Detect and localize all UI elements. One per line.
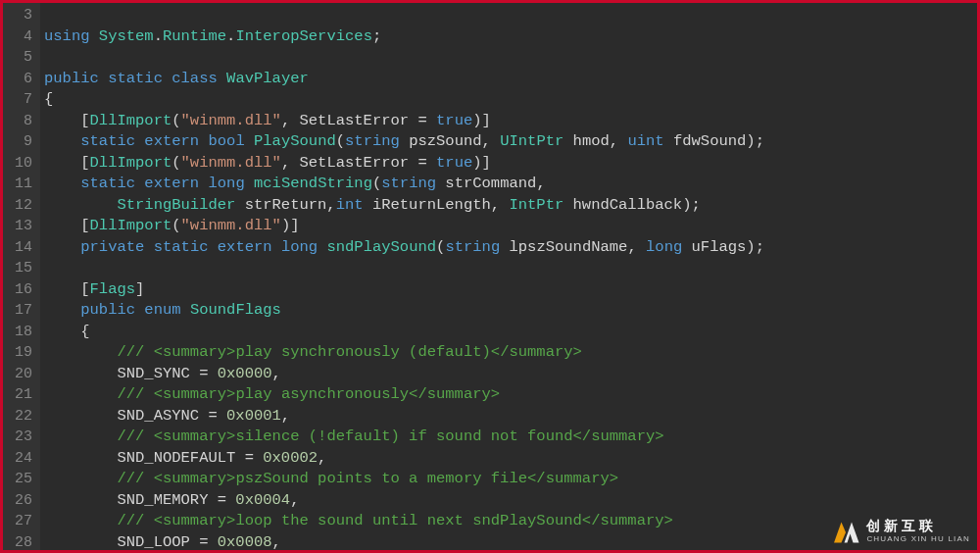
code-line[interactable]: [DllImport("winmm.dll", SetLastError = t… (44, 111, 971, 132)
code-line[interactable]: [DllImport("winmm.dll", SetLastError = t… (44, 153, 971, 175)
code-line[interactable]: private static extern long sndPlaySound(… (44, 237, 971, 259)
line-number: 16 (15, 279, 32, 301)
code-line[interactable]: SND_SYNC = 0x0000, (44, 364, 971, 385)
code-line[interactable]: { (44, 89, 971, 111)
line-number: 21 (15, 384, 32, 406)
code-line[interactable]: public static class WavPlayer (44, 69, 971, 90)
code-line[interactable]: { (44, 322, 971, 343)
line-number: 13 (15, 216, 32, 237)
line-number: 8 (15, 111, 32, 132)
code-line[interactable]: /// <summary>silence (!default) if sound… (44, 427, 971, 448)
line-number: 19 (15, 342, 32, 364)
code-line[interactable]: static extern bool PlaySound(string pszS… (44, 131, 971, 153)
line-number: 5 (15, 47, 32, 69)
line-number: 23 (15, 427, 32, 448)
line-number: 11 (15, 174, 32, 195)
line-number: 10 (15, 153, 32, 175)
code-line[interactable]: /// <summary>play asynchronously</summar… (44, 384, 971, 406)
code-line[interactable]: SND_MEMORY = 0x0004, (44, 490, 971, 512)
line-number: 14 (15, 237, 32, 259)
code-line[interactable] (44, 258, 971, 279)
code-line[interactable]: SND_LOOP = 0x0008, (44, 532, 971, 554)
line-number: 17 (15, 300, 32, 322)
code-line[interactable]: public enum SoundFlags (44, 300, 971, 322)
line-number: 24 (15, 448, 32, 470)
code-line[interactable]: /// <summary>pszSound points to a memory… (44, 469, 971, 490)
code-editor[interactable]: 3456789101112131415161718192021222324252… (0, 0, 980, 553)
line-number: 20 (15, 364, 32, 385)
line-number: 6 (15, 69, 32, 90)
code-line[interactable]: /// <summary>play synchronously (default… (44, 342, 971, 364)
line-number: 9 (15, 131, 32, 153)
line-number: 3 (15, 5, 32, 26)
code-line[interactable] (44, 5, 971, 26)
code-line[interactable]: [DllImport("winmm.dll")] (44, 216, 971, 237)
line-number: 12 (15, 195, 32, 217)
line-number: 18 (15, 322, 32, 343)
code-line[interactable]: /// <summary>loop the sound until next s… (44, 511, 971, 532)
code-line[interactable]: StringBuilder strReturn,int iReturnLengt… (44, 195, 971, 217)
line-number: 28 (15, 532, 32, 554)
line-number: 27 (15, 511, 32, 532)
line-number: 7 (15, 89, 32, 111)
code-line[interactable] (44, 47, 971, 69)
code-area[interactable]: using System.Runtime.InteropServices; pu… (40, 3, 977, 550)
line-number: 15 (15, 258, 32, 279)
line-number: 22 (15, 406, 32, 427)
line-number-gutter: 3456789101112131415161718192021222324252… (3, 3, 40, 550)
line-number: 25 (15, 469, 32, 490)
code-line[interactable]: static extern long mciSendString(string … (44, 174, 971, 195)
line-number: 4 (15, 26, 32, 48)
code-line[interactable]: using System.Runtime.InteropServices; (44, 26, 971, 48)
code-line[interactable]: SND_ASYNC = 0x0001, (44, 406, 971, 427)
code-line[interactable]: [Flags] (44, 279, 971, 301)
code-line[interactable]: SND_NODEFAULT = 0x0002, (44, 448, 971, 470)
line-number: 26 (15, 490, 32, 512)
